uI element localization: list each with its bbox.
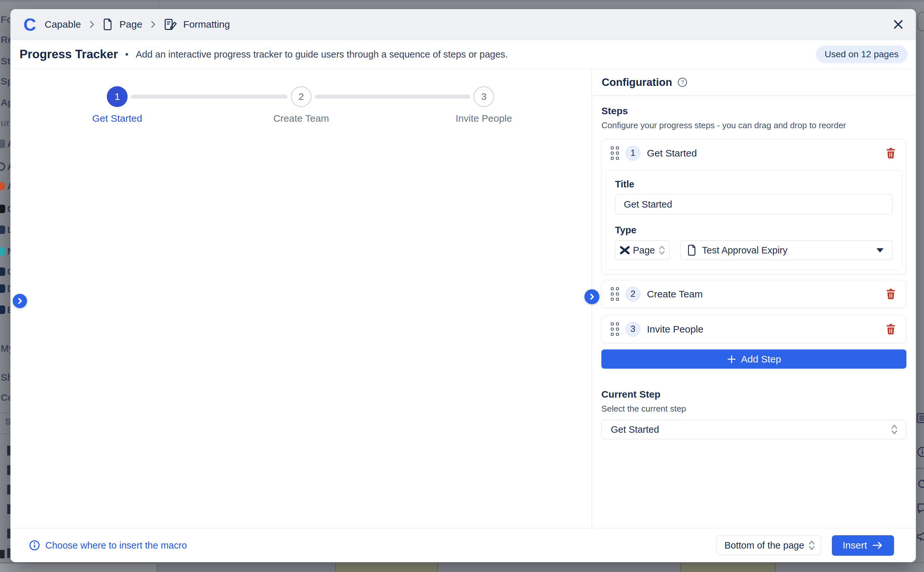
app-icon xyxy=(0,306,5,314)
trash-icon[interactable] xyxy=(886,289,896,300)
backdrop-divider xyxy=(0,434,11,434)
step-title-input[interactable] xyxy=(615,194,893,214)
preview-step-label-2: Create Team xyxy=(246,113,357,124)
step-card-2-header[interactable]: 2 Create Team xyxy=(601,280,906,308)
trash-icon[interactable] xyxy=(886,148,896,159)
macro-preview: 1 2 3 Get Started Create Team Invite Peo… xyxy=(11,69,592,528)
configuration-panel: Configuration ? Steps Configure your pro… xyxy=(592,69,916,528)
chevron-right-icon xyxy=(90,20,95,29)
trash-icon[interactable] xyxy=(886,324,896,335)
drag-handle-icon[interactable] xyxy=(611,287,619,301)
step-connector xyxy=(131,95,287,99)
current-step-select[interactable]: Get Started xyxy=(601,420,907,439)
close-icon[interactable] xyxy=(893,19,904,30)
step-card-1-header[interactable]: 1 Get Started xyxy=(601,139,906,167)
select-chevrons-icon xyxy=(808,539,816,552)
choose-insert-location-label: Choose where to insert the macro xyxy=(45,540,187,551)
backdrop-list-sliver xyxy=(7,504,11,514)
breadcrumb-section: Formatting xyxy=(183,19,230,30)
backdrop-bottom-strip xyxy=(0,562,924,572)
app-icon xyxy=(0,284,5,293)
info-icon xyxy=(29,540,40,551)
select-chevrons-icon xyxy=(658,244,665,256)
formatting-icon xyxy=(164,19,177,30)
help-icon[interactable]: ? xyxy=(677,77,688,87)
choose-insert-location-link[interactable]: Choose where to insert the macro xyxy=(29,540,187,551)
configuration-title: Configuration xyxy=(601,76,672,89)
breadcrumb-app[interactable]: Capable xyxy=(45,19,81,30)
preview-step-circle-2: 2 xyxy=(291,86,312,107)
history-icon xyxy=(917,478,924,490)
confluence-mark-icon xyxy=(620,245,630,255)
step-card-1: 1 Get Started Title Type xyxy=(601,139,907,274)
add-step-button[interactable]: Add Step xyxy=(601,350,907,368)
steps-hint: Configure your progress steps - you can … xyxy=(601,120,907,131)
backdrop-list-sliver xyxy=(7,446,11,455)
svg-text:?: ? xyxy=(681,79,684,85)
app-icon xyxy=(0,162,5,171)
dialog-header: Progress Tracker • Add an interactive pr… xyxy=(11,40,916,69)
macro-dialog: C Capable Page Formatting Progress Track… xyxy=(11,9,916,562)
backdrop-table-cell xyxy=(0,563,157,572)
app-icon xyxy=(0,225,5,234)
backdrop-sidebar-fragment: ur xyxy=(1,118,10,128)
insert-position-value: Bottom of the page xyxy=(725,540,804,551)
app-icon xyxy=(0,247,5,255)
backdrop-table-cell xyxy=(335,563,438,572)
dropdown-caret-icon xyxy=(876,248,884,253)
page-select-value: Test Approval Expiry xyxy=(702,245,788,256)
drag-handle-icon[interactable] xyxy=(611,322,619,336)
insert-position-select[interactable]: Bottom of the page xyxy=(716,536,821,555)
usage-badge: Used on 12 pages xyxy=(816,45,907,63)
current-step-value: Get Started xyxy=(611,424,659,435)
drag-handle-icon[interactable] xyxy=(611,146,619,160)
preview-step-label-3: Invite People xyxy=(428,113,539,124)
configuration-scroll-area[interactable]: Steps Configure your progress steps - yo… xyxy=(592,96,916,528)
step-card-3-header[interactable]: 3 Invite People xyxy=(601,315,906,343)
list-icon xyxy=(917,413,924,423)
select-chevrons-icon xyxy=(890,423,898,436)
dialog-footer: Choose where to insert the macro Bottom … xyxy=(11,528,916,562)
step-connector xyxy=(315,95,470,99)
backdrop-list-sliver xyxy=(7,465,11,475)
collapse-panel-button[interactable] xyxy=(584,289,599,304)
current-step-section: Current Step Select the current step Get… xyxy=(601,389,907,439)
backdrop-list-sliver xyxy=(7,548,11,558)
step-card-title: Create Team xyxy=(647,289,703,300)
title-separator-dot: • xyxy=(125,49,129,60)
step-card-title: Get Started xyxy=(647,148,697,159)
breadcrumb-page[interactable]: Page xyxy=(120,19,142,30)
breadcrumb: C Capable Page Formatting xyxy=(11,9,916,40)
current-step-hint: Select the current step xyxy=(601,404,907,414)
backdrop-top-strip xyxy=(0,0,924,2)
backdrop-right-divider xyxy=(916,468,924,469)
megaphone-icon xyxy=(917,531,924,542)
preview-step-circle-3: 3 xyxy=(474,86,494,107)
step-number-badge: 3 xyxy=(625,322,640,337)
page-select[interactable]: Test Approval Expiry xyxy=(680,241,893,260)
step-number-badge: 2 xyxy=(625,287,640,302)
capable-logo: C xyxy=(23,16,36,33)
preview-step-circle-1: 1 xyxy=(107,86,128,107)
current-step-heading: Current Step xyxy=(601,389,907,400)
app-icon xyxy=(0,140,5,148)
page-title: Progress Tracker xyxy=(20,48,118,61)
step-number-badge: 1 xyxy=(625,146,640,161)
page-description: Add an interactive progress tracker to g… xyxy=(136,49,508,60)
app-icon xyxy=(0,267,5,276)
backdrop-table-cell xyxy=(681,563,776,572)
step-card-3: 3 Invite People xyxy=(601,315,907,343)
page-icon xyxy=(103,19,113,30)
title-field-label: Title xyxy=(615,179,893,190)
insert-button[interactable]: Insert xyxy=(832,535,894,556)
collapse-left-button[interactable] xyxy=(13,294,27,308)
type-select[interactable]: Page xyxy=(615,241,670,260)
info-icon xyxy=(917,446,924,457)
arrow-right-icon xyxy=(872,541,883,549)
backdrop-list-sliver xyxy=(7,529,11,538)
plus-icon xyxy=(727,354,737,364)
insert-button-label: Insert xyxy=(843,540,867,551)
type-field-label: Type xyxy=(615,225,893,236)
step-card-2: 2 Create Team xyxy=(601,280,907,308)
add-step-label: Add Step xyxy=(741,354,781,365)
